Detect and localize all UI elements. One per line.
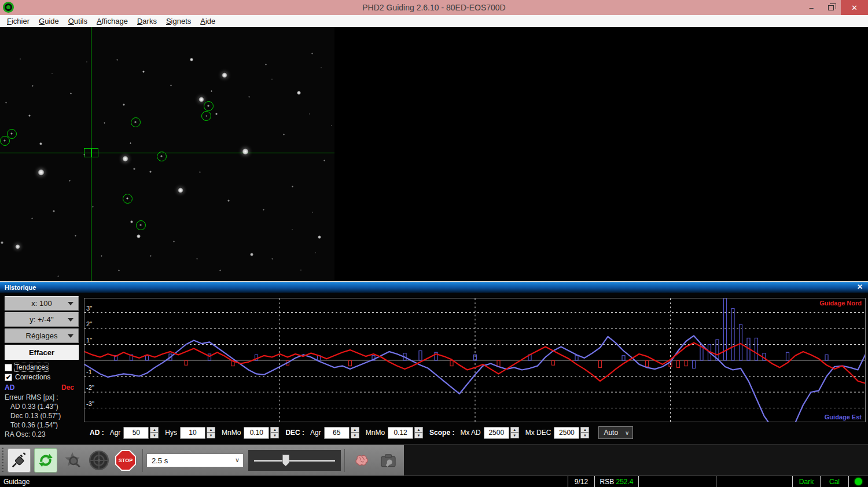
- status-empty-cell: [716, 476, 792, 487]
- star: [323, 160, 325, 161]
- crosshair-horizontal: [0, 153, 334, 153]
- advanced-settings-button[interactable]: [350, 448, 373, 473]
- auto-select-star-button[interactable]: [61, 448, 84, 473]
- star-magnifier-icon: [62, 451, 82, 470]
- stop-sign-text: STOP: [116, 451, 135, 470]
- star: [300, 270, 301, 271]
- ra-aggression-spinner: ▲▼: [123, 427, 159, 439]
- corrections-checkbox[interactable]: ✔: [5, 374, 12, 381]
- guide-star-circle-icon: [131, 117, 141, 127]
- trend-checkbox-row[interactable]: Tendances: [5, 363, 81, 371]
- star: [215, 113, 218, 115]
- spin-down-icon[interactable]: ▼: [207, 433, 215, 438]
- close-button[interactable]: ✕: [841, 0, 868, 15]
- spin-up-icon[interactable]: ▲: [351, 427, 359, 433]
- spin-down-icon[interactable]: ▼: [414, 433, 423, 438]
- star: [227, 200, 230, 202]
- spin-up-icon[interactable]: ▲: [207, 427, 215, 433]
- dec-guide-mode-select[interactable]: Auto ∨: [598, 426, 633, 439]
- begin-guiding-button[interactable]: [87, 448, 111, 473]
- restore-button[interactable]: [821, 0, 841, 15]
- spin-up-icon[interactable]: ▲: [510, 427, 519, 433]
- toolbar-separator: [142, 449, 143, 472]
- history-close-icon[interactable]: ✕: [855, 283, 865, 291]
- max-ra-input[interactable]: [484, 427, 509, 439]
- spin-down-icon[interactable]: ▼: [580, 433, 589, 438]
- spin-down-icon[interactable]: ▼: [150, 433, 159, 438]
- hysteresis-input[interactable]: [180, 427, 205, 439]
- clear-button[interactable]: Effacer: [5, 345, 79, 360]
- spin-up-icon[interactable]: ▲: [150, 427, 159, 433]
- menu-aide[interactable]: Aide: [196, 16, 220, 27]
- star: [118, 270, 120, 271]
- star: [248, 96, 250, 98]
- star: [1, 241, 3, 244]
- menu-fichier[interactable]: Fichier: [2, 16, 34, 27]
- rms-stats: Erreur RMS [px] : AD 0.33 (1.43'') Dec 0…: [5, 393, 81, 439]
- ra-aggression-input[interactable]: [123, 427, 149, 439]
- dec-minmove-input[interactable]: [388, 427, 413, 439]
- guiding-history-graph: Guidage Nord Guidage Est 3''2''1''-1-2''…: [84, 298, 866, 422]
- camera-settings-button[interactable]: [377, 448, 400, 473]
- chevron-down-icon: ∨: [235, 456, 240, 464]
- toolbar-separator: [344, 449, 345, 472]
- x-scale-dropdown[interactable]: x: 100: [5, 296, 79, 311]
- toolbar-zone: STOP 2.5 s ∨: [0, 444, 868, 475]
- dec-aggression-label: Agr: [310, 429, 321, 437]
- menu-signets[interactable]: Signets: [161, 16, 196, 27]
- spin-down-icon[interactable]: ▼: [510, 433, 519, 438]
- star: [70, 93, 72, 94]
- star: [53, 210, 55, 212]
- status-snr: RSB 252.4: [594, 476, 638, 487]
- spin-up-icon[interactable]: ▲: [414, 427, 423, 433]
- menu-darks[interactable]: Darks: [133, 16, 161, 27]
- star: [321, 67, 322, 68]
- toolbar-grip[interactable]: [2, 448, 3, 473]
- stretch-slider[interactable]: [248, 450, 341, 471]
- status-frame-count: 9/12: [568, 476, 594, 487]
- connect-equipment-button[interactable]: [8, 448, 31, 473]
- star: [15, 244, 20, 249]
- hysteresis-spinner: ▲▼: [180, 427, 215, 439]
- menu-guide[interactable]: Guide: [34, 16, 64, 27]
- star: [222, 72, 227, 78]
- status-bar: Guidage 9/12 RSB 252.4 Dark Cal: [0, 475, 868, 487]
- ra-osc: RA Osc: 0.23: [5, 430, 81, 439]
- minimize-button[interactable]: –: [801, 0, 821, 15]
- exposure-select[interactable]: 2.5 s ∨: [146, 453, 244, 467]
- north-guiding-label: Guidage Nord: [819, 300, 862, 307]
- stop-button[interactable]: STOP: [114, 448, 137, 473]
- loop-exposures-button[interactable]: [34, 448, 57, 473]
- title-bar: PHD2 Guiding 2.6.10 - 80ED-EOS700D – ✕: [0, 0, 868, 15]
- graph-plot: [84, 298, 865, 422]
- main-toolbar: STOP 2.5 s ∨: [0, 445, 404, 476]
- star: [271, 79, 273, 80]
- spin-down-icon[interactable]: ▼: [270, 433, 279, 438]
- dec-aggression-input[interactable]: [324, 427, 350, 439]
- menu-affichage[interactable]: Affichage: [92, 16, 133, 27]
- spin-down-icon[interactable]: ▼: [351, 433, 359, 438]
- window-title: PHD2 Guiding 2.6.10 - 80ED-EOS700D: [0, 3, 868, 12]
- settings-dropdown[interactable]: Réglages: [5, 329, 79, 343]
- star: [219, 270, 221, 271]
- brain-icon: [353, 452, 370, 469]
- menu-outils[interactable]: Outils: [64, 16, 92, 27]
- ra-minmove-input[interactable]: [244, 427, 269, 439]
- star: [309, 113, 310, 115]
- slider-thumb[interactable]: [282, 455, 289, 466]
- east-guiding-label: Guidage Est: [825, 414, 862, 420]
- spin-up-icon[interactable]: ▲: [270, 427, 279, 433]
- guide-star-circle-icon: [136, 220, 146, 230]
- star: [83, 154, 85, 156]
- rms-tot: Tot 0.36 (1.54''): [5, 420, 81, 430]
- y-scale-dropdown[interactable]: y: +/-4'': [5, 312, 79, 327]
- corrections-checkbox-row[interactable]: ✔ Corrections: [5, 373, 81, 381]
- trend-checkbox[interactable]: [5, 364, 12, 371]
- star: [69, 180, 71, 182]
- star: [312, 212, 314, 213]
- max-dec-input[interactable]: [554, 427, 579, 439]
- spin-up-icon[interactable]: ▲: [580, 427, 589, 433]
- star: [122, 156, 128, 162]
- dec-section-label: DEC :: [285, 429, 304, 437]
- starfield[interactable]: [0, 27, 334, 281]
